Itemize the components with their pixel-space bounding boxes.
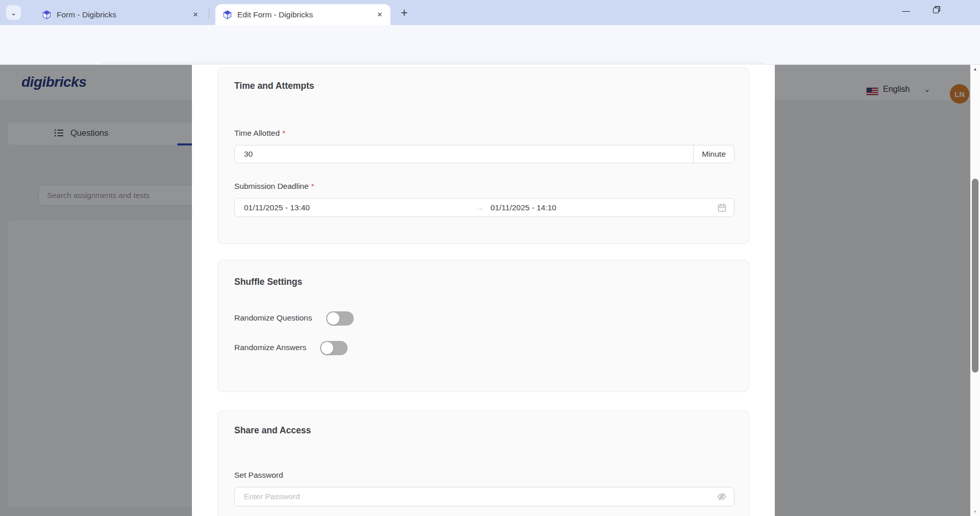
browser-window: ⌄ Form - Digibricks ✕ Edit Form - Digibr…	[0, 0, 980, 516]
time-and-attempts-card: Time and Attempts Time Allotted* Minute …	[217, 67, 749, 244]
scroll-up-icon[interactable]: ▲	[970, 67, 980, 71]
toggle-knob	[321, 342, 333, 354]
close-tab-icon[interactable]: ✕	[190, 9, 201, 20]
digibricks-favicon	[223, 10, 232, 19]
browser-tab-form[interactable]: Form - Digibricks ✕	[35, 4, 206, 25]
shuffle-settings-card: Shuffle Settings Randomize Questions Ran…	[217, 260, 749, 392]
time-allotted-field[interactable]	[234, 145, 694, 163]
new-tab-button[interactable]: +	[398, 6, 411, 19]
password-input[interactable]	[235, 492, 734, 501]
calendar-icon[interactable]	[717, 203, 727, 212]
scroll-down-icon[interactable]: ▼	[970, 509, 980, 514]
browser-tab-strip: ⌄ Form - Digibricks ✕ Edit Form - Digibr…	[0, 0, 980, 25]
label-text: Submission Deadline	[234, 182, 309, 190]
time-allotted-label: Time Allotted*	[234, 129, 285, 138]
submission-deadline-label: Submission Deadline*	[234, 182, 314, 191]
modal-overlay-left[interactable]	[0, 65, 192, 516]
time-allotted-input[interactable]	[235, 150, 693, 159]
window-restore-button[interactable]	[921, 0, 950, 20]
share-and-access-card: Share and Access Set Password	[217, 410, 749, 516]
window-close-button[interactable]	[950, 0, 980, 20]
toggle-knob	[327, 312, 339, 325]
randomize-questions-toggle[interactable]	[326, 311, 354, 326]
modal-overlay-right[interactable]	[775, 65, 970, 516]
randomize-questions-label: Randomize Questions	[234, 313, 312, 323]
plus-icon: +	[401, 6, 407, 20]
restore-icon	[933, 8, 939, 13]
required-asterisk: *	[282, 129, 285, 137]
section-title: Shuffle Settings	[234, 277, 302, 287]
section-title: Time and Attempts	[234, 81, 314, 91]
swap-right-icon: →	[476, 203, 483, 212]
deadline-end-value[interactable]: 01/11/2025 - 14:10	[491, 203, 556, 212]
deadline-range-picker[interactable]: 01/11/2025 - 13:40 → 01/11/2025 - 14:10	[234, 198, 734, 217]
minimize-icon: —	[902, 6, 910, 15]
window-controls: —	[891, 0, 980, 20]
password-field[interactable]	[234, 487, 734, 506]
eye-invisible-icon[interactable]	[717, 492, 727, 502]
tab-title: Edit Form - Digibricks	[237, 10, 374, 19]
digibricks-favicon	[42, 10, 52, 19]
page-scrollbar[interactable]: ▲ ▼	[970, 65, 980, 516]
section-title: Share and Access	[234, 425, 311, 436]
browser-tab-edit-form[interactable]: Edit Form - Digibricks ✕	[215, 4, 390, 25]
label-text: Time Allotted	[234, 129, 280, 137]
close-tab-icon[interactable]: ✕	[374, 9, 385, 20]
tab-search-button[interactable]: ⌄	[6, 5, 21, 20]
required-asterisk: *	[311, 182, 314, 190]
randomize-answers-toggle[interactable]	[320, 341, 348, 355]
tab-divider	[209, 8, 209, 18]
scrollbar-thumb[interactable]	[972, 179, 978, 373]
time-unit-addon: Minute	[694, 145, 734, 163]
chevron-down-icon: ⌄	[11, 9, 17, 17]
browser-toolbar: ← → ↻ https://make.digibricks.net/form/e…	[0, 25, 980, 65]
randomize-answers-label: Randomize Answers	[234, 343, 306, 352]
edit-form-panel: Time and Attempts Time Allotted* Minute …	[192, 65, 775, 516]
window-minimize-button[interactable]: —	[891, 0, 921, 20]
tab-title: Form - Digibricks	[57, 10, 190, 19]
deadline-start-value[interactable]: 01/11/2025 - 13:40	[244, 203, 469, 212]
set-password-label: Set Password	[234, 471, 283, 480]
